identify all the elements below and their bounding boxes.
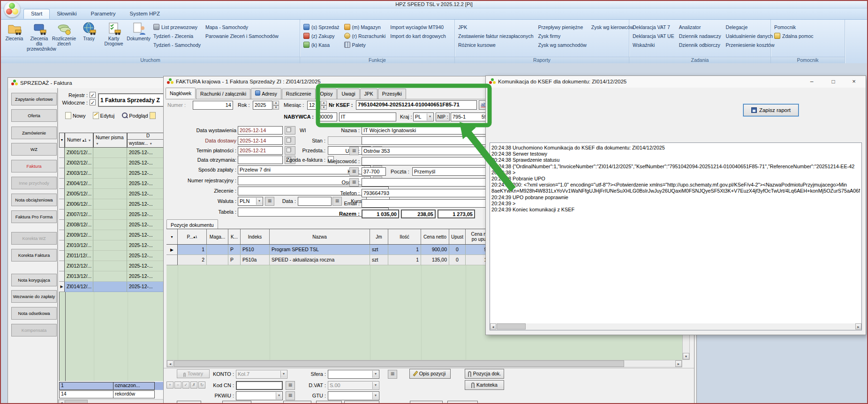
- nabywca-name-field[interactable]: IT: [339, 112, 396, 121]
- ribbon-item-mapa-samochody[interactable]: Mapa - Samochody: [203, 22, 281, 31]
- rok-spinner[interactable]: ▲▼: [273, 101, 279, 110]
- nip-field[interactable]: 795-159: [451, 112, 489, 121]
- document-row[interactable]: ZI007/12/...2025-12-...: [59, 209, 174, 220]
- ribbon-item-s-sprzeda[interactable]: (s) Sprzedaż: [301, 22, 342, 31]
- document-row[interactable]: ZI009/12/...2025-12-...: [59, 230, 174, 240]
- ksef-log-area[interactable]: 20:24:38 Uruchomiono Komunikacja do KSEF…: [490, 142, 862, 330]
- tab-opisy[interactable]: Opisy: [316, 89, 337, 99]
- ribbon-item-dziennik-nadawczy[interactable]: Dziennik nadawczy: [677, 31, 724, 40]
- ribbon-item-zysk-wg-samochod-w[interactable]: Zysk wg samochodów: [536, 40, 589, 49]
- positions-hscrollbar[interactable]: ◄ ►: [166, 360, 682, 367]
- kod-field[interactable]: 37-700: [362, 167, 386, 176]
- lookup-icon[interactable]: ▦: [265, 197, 274, 206]
- ribbon-item-jpk[interactable]: JPK: [456, 22, 536, 31]
- tab-uwagi[interactable]: Uwagi: [337, 89, 359, 99]
- tab-rachunki-za-czniki[interactable]: Rachunki / załączniki: [196, 89, 250, 99]
- sidebar-item-nota-obci-eniowa[interactable]: Nota obciążeniowa: [11, 194, 57, 206]
- column-header-upust[interactable]: Upust: [449, 229, 466, 244]
- opis-pozycji-button[interactable]: Opis pozycji: [409, 369, 451, 379]
- ribbon-item-wska-niki[interactable]: Wskaźniki: [630, 40, 677, 49]
- ribbon-button-karty-drogowe[interactable]: Karty Drogowe: [101, 21, 126, 46]
- bottom-button-nota[interactable]: Nota: [447, 401, 478, 404]
- sidebar-item-inne-przychody[interactable]: Inne przychody: [11, 177, 57, 189]
- document-row[interactable]: ZI013/12/...2025-12-...: [59, 271, 174, 282]
- kod-cn-field[interactable]: [236, 381, 283, 390]
- bottom-button-podgl-d[interactable]: Podgląd: [283, 401, 311, 404]
- document-row[interactable]: ZI010/12/...2025-12-...: [59, 240, 174, 251]
- tab-przesy-ki[interactable]: Przesyłki: [378, 89, 406, 99]
- lookup-icon[interactable]: ▦: [388, 370, 397, 379]
- ribbon-item-zdalna-pomoc[interactable]: Zdalna pomoc: [772, 31, 816, 40]
- document-row[interactable]: ZI012/12/...2025-12-...: [59, 261, 174, 271]
- tab-nag-wek[interactable]: Nagłówek: [166, 88, 196, 98]
- document-row[interactable]: ZI008/12/...2025-12-...: [59, 220, 174, 230]
- sfera-select[interactable]: ▾: [328, 370, 379, 379]
- ribbon-item-tydzie-zlecenia[interactable]: Tydzień - Zlecenia: [151, 31, 203, 40]
- gtu-select[interactable]: ▾: [328, 391, 379, 400]
- sidebar-item-nota-odsetkowa[interactable]: Nota odsetkowa: [11, 307, 57, 320]
- app-logo-icon[interactable]: [4, 1, 20, 17]
- ribbon-button-trasy[interactable]: Trasy: [76, 21, 101, 41]
- kraj-select[interactable]: PL▾: [413, 112, 434, 121]
- scroll-right-icon[interactable]: ►: [675, 360, 682, 367]
- towary-button[interactable]: Towary: [177, 369, 210, 378]
- ribbon-item-pomocnik[interactable]: Pomocnik: [772, 22, 816, 31]
- ribbon-item-list-przewozowy[interactable]: List przewozowy: [151, 22, 203, 31]
- ribbon-item-analizator[interactable]: Analizator: [677, 22, 724, 31]
- wystawienia-field[interactable]: 2025-12-14: [238, 126, 283, 135]
- bottom-button-zapisz[interactable]: Zapisz: [177, 401, 201, 404]
- bottom-button-od-wie-k[interactable]: Odśwież K: [344, 401, 379, 404]
- column-header-nazwa[interactable]: Nazwa: [270, 229, 370, 244]
- nabywca-code-field[interactable]: 00009: [317, 112, 337, 121]
- sidebar-item-korekta-faktura[interactable]: Korekta Faktura: [11, 249, 57, 262]
- scroll-left-icon[interactable]: ◄: [167, 360, 174, 367]
- bottom-button-pobierz[interactable]: Pobierz: [410, 401, 443, 404]
- extra-toolbar-icon[interactable]: [150, 112, 156, 119]
- col-numer-header[interactable]: Numer ▴1 ▼: [65, 133, 93, 148]
- close-icon[interactable]: ×: [846, 76, 862, 87]
- new-button[interactable]: Nowy: [65, 113, 86, 119]
- ribbon-item-dziennik-odbiorczy[interactable]: Dziennik odbiorczy: [677, 40, 724, 49]
- document-row[interactable]: ZI003/12/...2025-12-...: [59, 168, 174, 179]
- lookup-icon[interactable]: ▦: [349, 178, 359, 187]
- ribbon-button-rozliczenie-zlece[interactable]: Rozliczenie zleceń: [52, 21, 76, 46]
- column-header-cena-netto[interactable]: Cena netto: [421, 229, 449, 244]
- sidebar-item-zam-wienie[interactable]: Zamówienie: [11, 127, 57, 139]
- pkwiu-select[interactable]: ▾: [236, 391, 283, 400]
- ribbon-item-z-zakupy[interactable]: (z) Zakupy: [301, 31, 342, 40]
- scroll-down-icon[interactable]: ▼: [683, 353, 689, 359]
- kartoteka-button[interactable]: Kartoteka: [465, 380, 504, 390]
- sidebar-item-korekta-wz[interactable]: Korekta WZ: [11, 232, 57, 245]
- nav-cancel-icon[interactable]: ✗: [190, 382, 197, 389]
- konto-select[interactable]: Kol.7▾: [236, 370, 287, 379]
- ribbon-item-import-wyciag-w-mt940[interactable]: Import wyciagów MT940: [388, 22, 448, 31]
- miesiac-field[interactable]: 12: [307, 101, 320, 110]
- document-row[interactable]: ZI005/12/...2025-12-...: [59, 189, 174, 199]
- document-row[interactable]: ZI002/12/...2025-12-...: [59, 158, 174, 168]
- lookup-icon[interactable]: ▦: [286, 381, 295, 390]
- nip-label-button[interactable]: NIP :: [436, 112, 450, 121]
- ksef-hscrollbar[interactable]: ◄ ►: [490, 323, 861, 330]
- ribbon-item-tydzie-samochody[interactable]: Tydzień - Samochody: [151, 40, 203, 49]
- document-row[interactable]: ZI001/12/...2025-12-...: [59, 148, 174, 158]
- ribbon-button-dokumenty[interactable]: Dokumenty: [126, 21, 151, 41]
- numer-field[interactable]: 14: [193, 101, 233, 110]
- sidebar-item-wezwanie-do-zap-aty[interactable]: Wezwanie do zapłaty: [11, 290, 57, 303]
- grid-filter-header[interactable]: ▼: [59, 133, 65, 148]
- scroll-left-icon[interactable]: ◄: [59, 400, 65, 404]
- dvat-select[interactable]: S.00▾: [328, 381, 379, 390]
- calendar-icon[interactable]: [285, 126, 295, 135]
- rejestr-checkbox[interactable]: ✓: [90, 92, 96, 98]
- lookup-icon[interactable]: ▦: [349, 147, 359, 155]
- column-header-ilo[interactable]: Ilość: [388, 229, 421, 244]
- nav-add-icon[interactable]: +: [166, 382, 174, 389]
- waluta-select[interactable]: PLN▾: [238, 197, 263, 206]
- document-row[interactable]: ZI006/12/...2025-12-...: [59, 199, 174, 209]
- preview-button[interactable]: Podgląd: [121, 113, 148, 119]
- ribbon-button-zlecenia[interactable]: Zlecenia: [2, 21, 27, 41]
- document-row[interactable]: ZI011/12/...2025-12-...: [59, 251, 174, 261]
- maximize-icon[interactable]: □: [825, 76, 841, 87]
- termin-field[interactable]: 2025-12-21: [238, 146, 283, 155]
- ribbon-item-k-kasa[interactable]: (k) Kasa: [301, 40, 342, 49]
- column-header-jm[interactable]: Jm: [370, 229, 388, 244]
